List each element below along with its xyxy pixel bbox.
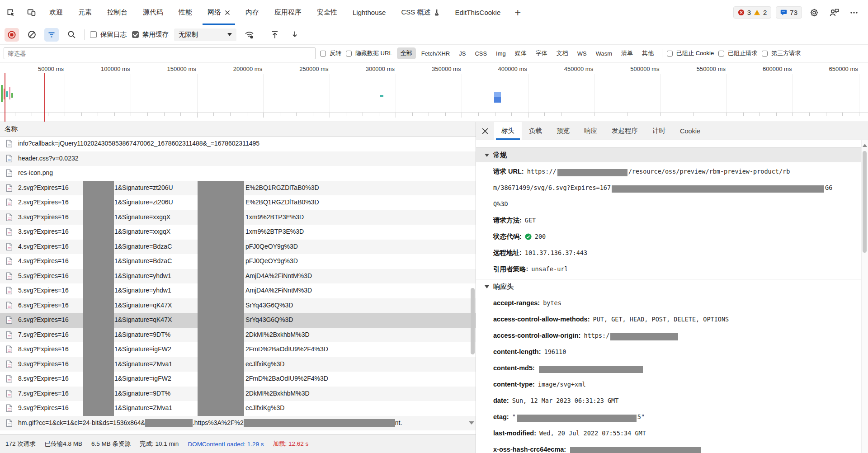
checkbox-unchecked-icon [667, 51, 673, 57]
filter-type-Fetch/XHR[interactable]: Fetch/XHR [418, 48, 454, 59]
blocked-cookies-checkbox[interactable]: 已阻止 Cookie [667, 49, 714, 57]
tab-网络[interactable]: 网络 [200, 0, 238, 25]
redacted-value [539, 366, 643, 373]
tab-安全性[interactable]: 安全性 [309, 0, 345, 25]
filter-type-字体[interactable]: 字体 [532, 47, 551, 59]
redacted-value [570, 447, 701, 453]
timeline-tick [363, 113, 363, 116]
filter-type-文档[interactable]: 文档 [553, 47, 572, 59]
request-name-segment: info?callback=jQuery11020243058538674700… [18, 140, 259, 147]
blocked-requests-checkbox[interactable]: 已阻止请求 [718, 49, 757, 57]
inspect-element-button[interactable] [0, 0, 21, 25]
clear-network-log-button[interactable] [24, 28, 39, 42]
general-section-header[interactable]: 常规 [476, 147, 861, 162]
header-value: Wed, 20 Jul 2022 07:55:34 GMT [539, 429, 646, 437]
tab-欢迎[interactable]: 欢迎 [42, 0, 71, 25]
filter-toggle-button[interactable] [44, 28, 59, 42]
tab-EditThisCookie[interactable]: EditThisCookie [447, 0, 508, 25]
more-options-button[interactable] [846, 5, 862, 20]
export-har-button[interactable] [268, 28, 282, 42]
details-tab-发起程序[interactable]: 发起程序 [604, 122, 645, 140]
collapse-triangle-icon [485, 154, 489, 157]
disable-cache-checkbox[interactable]: 禁用缓存 [132, 30, 169, 39]
request-row[interactable]: hm.gif?cc=1&ck=1&cl=24-bit&ds=1536x864&.… [0, 416, 476, 431]
file-icon [6, 184, 13, 192]
request-row[interactable]: header.css?v=0.0232 [0, 151, 476, 166]
settings-button[interactable] [807, 5, 822, 20]
request-list-scrollbar[interactable] [471, 288, 475, 354]
tab-CSS 概述[interactable]: CSS 概述 [393, 0, 447, 25]
network-toolbar: 保留日志 禁用缓存 无限制 [0, 25, 868, 45]
filter-type-CSS[interactable]: CSS [471, 48, 491, 59]
throttling-dropdown[interactable]: 无限制 [174, 28, 236, 41]
request-name: hm.gif?cc=1&ck=1&cl=24-bit&ds=1536x864&.… [18, 416, 474, 431]
header-line: 请求方法:GET [493, 212, 857, 228]
filter-divider [662, 49, 662, 57]
tab-元素[interactable]: 元素 [71, 0, 99, 25]
details-tab-计时[interactable]: 计时 [645, 122, 673, 140]
filter-input[interactable] [4, 47, 316, 59]
request-row[interactable]: info?callback=jQuery11020243058538674700… [0, 137, 476, 151]
filter-type-其他[interactable]: 其他 [638, 47, 657, 59]
header-value-text: https:/ [584, 332, 609, 339]
timeline-gridline [726, 74, 727, 112]
network-conditions-button[interactable] [242, 28, 256, 42]
close-details-button[interactable] [476, 122, 494, 140]
tab-内存[interactable]: 内存 [238, 0, 267, 25]
details-tab-标头[interactable]: 标头 [494, 122, 522, 140]
request-name-segment: 1&Signature=xxgqX [114, 213, 170, 221]
details-scrollbar-thumb[interactable] [863, 151, 867, 253]
filter-type-JS[interactable]: JS [455, 48, 469, 59]
details-tab-预览[interactable]: 预览 [549, 122, 577, 140]
tab-控制台[interactable]: 控制台 [99, 0, 135, 25]
timeline-axis-label: 150000 ms [137, 66, 196, 72]
device-toolbar-button[interactable] [21, 0, 42, 25]
details-tab-负载[interactable]: 负载 [522, 122, 549, 140]
request-name-segment: 2.svg?Expires=16 [18, 198, 69, 206]
close-icon [482, 128, 488, 134]
tab-性能[interactable]: 性能 [171, 0, 200, 25]
name-column-header[interactable]: 名称 [0, 122, 476, 137]
redacted-value [610, 333, 678, 340]
filter-type-清单[interactable]: 清单 [618, 47, 637, 59]
header-value-text: unsafe-url [531, 265, 568, 273]
response-headers-section-header[interactable]: 响应头 [476, 279, 861, 294]
scroll-down-arrow-icon[interactable] [469, 421, 474, 425]
filter-type-媒体[interactable]: 媒体 [511, 47, 530, 59]
more-tabs-button[interactable]: + [508, 0, 527, 25]
scroll-up-arrow-icon[interactable] [863, 144, 867, 147]
timeline-gridline [462, 74, 462, 112]
filter-type-Img[interactable]: Img [492, 48, 509, 59]
request-row[interactable]: res-icon.png [0, 166, 476, 181]
third-party-checkbox[interactable]: 第三方请求 [762, 49, 801, 57]
redacted-value [612, 185, 824, 193]
invert-checkbox[interactable]: 反转 [320, 49, 341, 57]
feedback-button[interactable] [826, 5, 842, 20]
timeline-gridline [660, 74, 661, 112]
details-tab-Cookie[interactable]: Cookie [673, 122, 708, 140]
filter-type-全部[interactable]: 全部 [397, 47, 416, 59]
filter-type-Wasm[interactable]: Wasm [592, 48, 616, 59]
preserve-log-checkbox[interactable]: 保留日志 [90, 30, 127, 39]
network-overview-timeline[interactable]: 50000 ms100000 ms150000 ms200000 ms25000… [0, 62, 868, 122]
record-network-log-button[interactable] [5, 28, 19, 42]
issues-badge[interactable]: 3 2 [733, 6, 772, 19]
tab-应用程序[interactable]: 应用程序 [267, 0, 309, 25]
request-name-segment: 2FmD%2BaOdIU9%2F4%3D [245, 345, 328, 353]
request-name-segment: 1&Signature=zt206U [114, 184, 173, 191]
timeline-tick [710, 113, 710, 116]
search-button[interactable] [64, 28, 79, 42]
request-name-segment: 1&Signature=BdzaC [114, 243, 172, 250]
close-icon[interactable] [225, 10, 230, 15]
tab-源代码[interactable]: 源代码 [135, 0, 171, 25]
messages-badge[interactable]: 73 [776, 6, 802, 19]
filter-type-WS[interactable]: WS [574, 48, 590, 59]
timeline-tick [379, 113, 379, 116]
header-value-text: 196110 [544, 348, 566, 355]
timeline-axis-label: 100000 ms [71, 66, 130, 72]
hide-data-urls-checkbox[interactable]: 隐藏数据 URL [346, 49, 392, 57]
tab-Lighthouse[interactable]: Lighthouse [345, 0, 393, 25]
details-scrollbar-track[interactable] [861, 140, 868, 453]
import-har-button[interactable] [288, 28, 302, 42]
details-tab-响应[interactable]: 响应 [577, 122, 604, 140]
